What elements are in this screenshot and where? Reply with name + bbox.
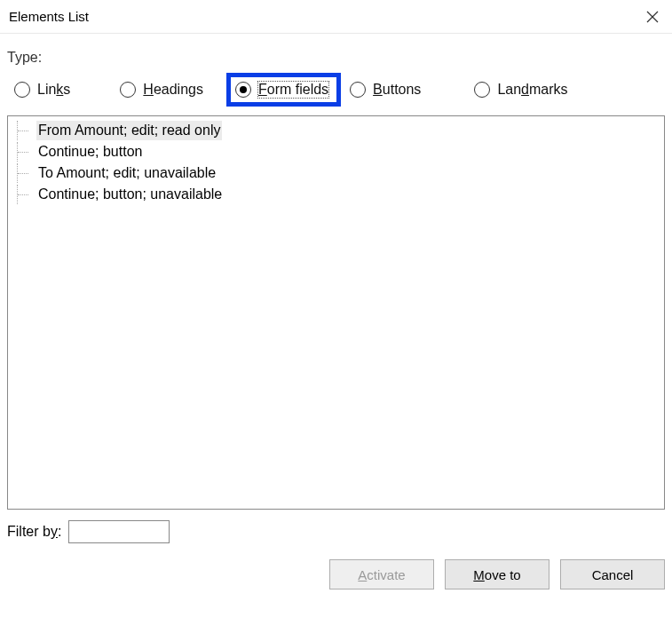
list-item[interactable]: To Amount; edit; unavailable xyxy=(8,162,664,184)
radio-buttons[interactable]: Buttons xyxy=(343,75,431,105)
window-title: Elements List xyxy=(9,9,89,24)
elements-listbox[interactable]: From Amount; edit; read only Continue; b… xyxy=(7,115,665,510)
tree-branch-icon xyxy=(17,163,33,183)
list-item-text: Continue; button; unavailable xyxy=(36,185,224,204)
list-item[interactable]: From Amount; edit; read only xyxy=(8,120,664,141)
radio-headings-label: Headings xyxy=(143,82,203,98)
type-group: Type: Links Headings Form fields Buttons… xyxy=(7,46,665,115)
move-to-button[interactable]: Move to xyxy=(445,559,549,589)
radio-form-fields-label: Form fields xyxy=(258,82,328,98)
radio-icon xyxy=(120,82,136,98)
list-item-text: From Amount; edit; read only xyxy=(36,121,222,140)
list-item-text: Continue; button xyxy=(36,142,144,162)
close-button[interactable] xyxy=(632,0,672,34)
cancel-button[interactable]: Cancel xyxy=(560,559,665,589)
filter-input[interactable] xyxy=(68,520,170,543)
radio-icon xyxy=(474,82,490,98)
radio-form-fields[interactable]: Form fields xyxy=(228,75,339,105)
type-legend: Type: xyxy=(7,50,665,67)
type-radio-row: Links Headings Form fields Buttons Landm… xyxy=(7,67,665,115)
title-bar: Elements List xyxy=(0,0,672,34)
radio-icon xyxy=(350,82,366,98)
radio-links[interactable]: Links xyxy=(7,75,81,105)
tree-branch-icon xyxy=(17,142,33,162)
button-row: Activate Move to Cancel xyxy=(0,543,672,589)
radio-headings[interactable]: Headings xyxy=(113,75,214,105)
radio-icon xyxy=(235,82,251,98)
radio-landmarks-label: Landmarks xyxy=(497,82,567,98)
list-item[interactable]: Continue; button xyxy=(8,141,664,162)
tree-branch-icon xyxy=(17,185,33,204)
list-item[interactable]: Continue; button; unavailable xyxy=(8,184,664,205)
filter-row: Filter by: xyxy=(0,510,672,543)
radio-links-label: Links xyxy=(37,82,70,98)
filter-label: Filter by: xyxy=(7,524,61,540)
radio-buttons-label: Buttons xyxy=(373,82,421,98)
radio-landmarks[interactable]: Landmarks xyxy=(467,75,578,105)
activate-button[interactable]: Activate xyxy=(329,559,434,589)
radio-icon xyxy=(14,82,30,98)
tree-branch-icon xyxy=(17,121,33,140)
list-item-text: To Amount; edit; unavailable xyxy=(36,163,217,183)
close-icon xyxy=(646,11,659,23)
